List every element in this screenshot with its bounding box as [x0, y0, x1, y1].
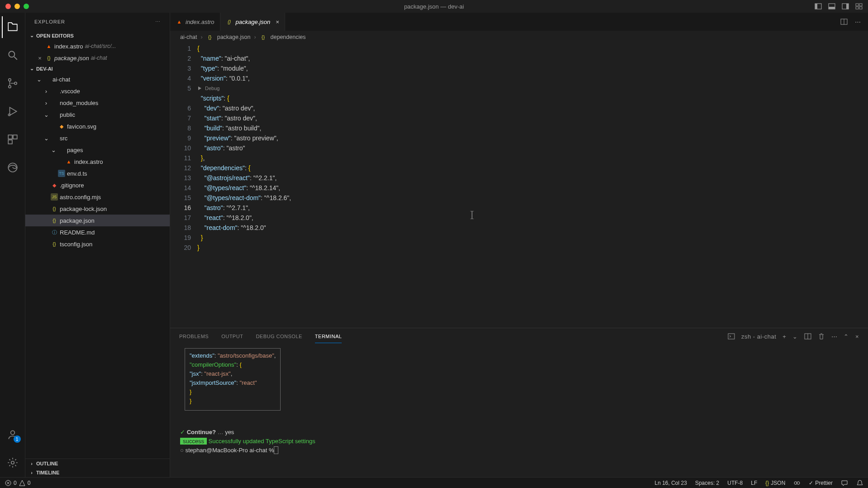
activity-accounts[interactable]: 1: [2, 424, 24, 445]
folder-icon: [51, 111, 58, 118]
folder-icon: [58, 146, 65, 153]
panel-maximize-icon[interactable]: ⌃: [844, 333, 849, 340]
layout-panel-icon[interactable]: [828, 3, 835, 10]
split-terminal-icon[interactable]: [804, 333, 811, 340]
panel-tabs: PROBLEMS OUTPUT DEBUG CONSOLE TERMINAL z…: [170, 328, 868, 344]
chevron-right-icon: ›: [254, 34, 256, 40]
activity-explorer[interactable]: [2, 16, 24, 38]
chevron-right-icon: ›: [29, 470, 34, 475]
status-spaces[interactable]: Spaces: 2: [695, 480, 719, 486]
chevron-down-icon: ⌄: [43, 111, 49, 118]
close-window[interactable]: [5, 4, 11, 9]
svg-point-19: [10, 431, 14, 435]
panel-tab-problems[interactable]: PROBLEMS: [179, 330, 209, 343]
file-item[interactable]: ⓘREADME.md: [25, 226, 170, 238]
json-icon: {}: [206, 33, 214, 41]
folder-item[interactable]: ⌄pages: [25, 144, 170, 156]
panel-close-icon[interactable]: ×: [855, 333, 859, 340]
tab-index-astro[interactable]: ▲ index.astro: [170, 13, 220, 31]
feedback-icon[interactable]: [841, 479, 848, 487]
status-eol[interactable]: LF: [751, 480, 757, 486]
layout-sidebar-right-icon[interactable]: [842, 3, 849, 10]
open-editor-item[interactable]: ▲ index.astro ai-chat/src/...: [25, 40, 170, 52]
file-item[interactable]: ◆favicon.svg: [25, 120, 170, 132]
panel-tab-debug[interactable]: DEBUG CONSOLE: [256, 330, 302, 343]
svg-point-28: [797, 482, 800, 484]
section-open-editors[interactable]: ⌄ OPEN EDITORS: [25, 31, 170, 40]
chevron-right-icon: ›: [43, 88, 49, 95]
file-item[interactable]: {}package-lock.json: [25, 203, 170, 215]
layout-sidebar-left-icon[interactable]: [815, 3, 822, 10]
folder-item[interactable]: ›node_modules: [25, 97, 170, 109]
status-language[interactable]: {} JSON: [765, 480, 785, 486]
activity-source-control[interactable]: [2, 72, 24, 94]
maximize-window[interactable]: [24, 4, 29, 9]
tab-bar: ▲ index.astro {} package.json × ⋯: [170, 13, 868, 31]
svg-point-12: [8, 86, 10, 88]
json-icon: {}: [51, 240, 58, 248]
terminal-dropdown-icon[interactable]: ⌄: [792, 333, 798, 340]
sidebar-title: EXPLORER: [34, 19, 65, 24]
json-icon: {}: [260, 33, 267, 41]
tab-more-icon[interactable]: ⋯: [855, 19, 861, 25]
minimize-window[interactable]: [14, 4, 20, 9]
status-prettier[interactable]: ✓ Prettier: [809, 480, 833, 486]
svg-icon: ◆: [58, 123, 65, 130]
statusbar: 0 0 Ln 16, Col 23 Spaces: 2 UTF-8 LF {} …: [0, 477, 868, 488]
file-item[interactable]: {}package.json: [25, 215, 170, 226]
close-icon[interactable]: ×: [36, 55, 43, 62]
panel-more-icon[interactable]: ⋯: [831, 333, 838, 340]
sidebar-more-icon[interactable]: ⋯: [155, 19, 161, 25]
trash-icon[interactable]: [818, 333, 825, 340]
status-cursor[interactable]: Ln 16, Col 23: [655, 480, 687, 486]
file-item[interactable]: JSastro.config.mjs: [25, 191, 170, 203]
folder-item[interactable]: ⌄ai-chat: [25, 73, 170, 85]
activity-settings[interactable]: [2, 452, 24, 474]
file-item[interactable]: {}tsconfig.json: [25, 238, 170, 250]
activity-extensions[interactable]: [2, 129, 24, 150]
panel-tab-terminal[interactable]: TERMINAL: [315, 330, 342, 343]
status-encoding[interactable]: UTF-8: [727, 480, 743, 486]
json-icon: {}: [51, 205, 58, 212]
code-editor[interactable]: 12345 67891011121314151617181920 { "name…: [170, 43, 868, 328]
activity-run-debug[interactable]: [2, 100, 24, 122]
layout-customize-icon[interactable]: [855, 3, 863, 10]
check-icon: ✓: [180, 429, 185, 435]
section-outline[interactable]: › OUTLINE: [25, 459, 170, 468]
chevron-down-icon: ⌄: [29, 33, 34, 38]
copilot-icon[interactable]: [793, 479, 801, 487]
split-editor-icon[interactable]: [840, 18, 848, 25]
file-item[interactable]: ▲index.astro: [25, 156, 170, 167]
svg-rect-23: [728, 334, 734, 339]
breadcrumb[interactable]: ai-chat › {} package.json › {} dependenc…: [170, 31, 868, 43]
new-terminal-icon[interactable]: +: [782, 333, 786, 340]
folder-item[interactable]: ⌄public: [25, 109, 170, 120]
titlebar-actions: [815, 3, 863, 10]
close-icon[interactable]: ×: [276, 19, 279, 25]
file-item[interactable]: ◆.gitignore: [25, 179, 170, 191]
svg-rect-16: [13, 135, 17, 139]
svg-rect-3: [829, 7, 835, 9]
tab-package-json[interactable]: {} package.json ×: [220, 13, 285, 31]
terminal[interactable]: "extends": "astro/tsconfigs/base", "comp…: [170, 344, 868, 477]
activity-search[interactable]: [2, 44, 24, 66]
folder-item[interactable]: ⌄src: [25, 132, 170, 144]
terminal-shell-label[interactable]: zsh - ai-chat: [741, 333, 776, 340]
open-editor-item[interactable]: × {} package.json ai-chat: [25, 52, 170, 64]
error-icon: [5, 479, 12, 487]
activity-edge[interactable]: [2, 157, 24, 178]
svg-rect-7: [859, 4, 862, 6]
status-errors[interactable]: 0 0: [5, 479, 30, 487]
panel-tab-output[interactable]: OUTPUT: [221, 330, 243, 343]
section-timeline[interactable]: › TIMELINE: [25, 468, 170, 477]
section-project[interactable]: ⌄ DEV-AI: [25, 64, 170, 73]
svg-rect-5: [846, 4, 849, 9]
svg-rect-15: [8, 135, 12, 139]
activity-bar: 1: [0, 13, 25, 477]
json-icon: {}: [226, 18, 233, 25]
json-icon: {}: [45, 54, 52, 62]
bell-icon[interactable]: [856, 479, 863, 487]
folder-item[interactable]: ›.vscode: [25, 85, 170, 97]
svg-point-27: [794, 482, 797, 484]
file-item[interactable]: TSenv.d.ts: [25, 167, 170, 179]
